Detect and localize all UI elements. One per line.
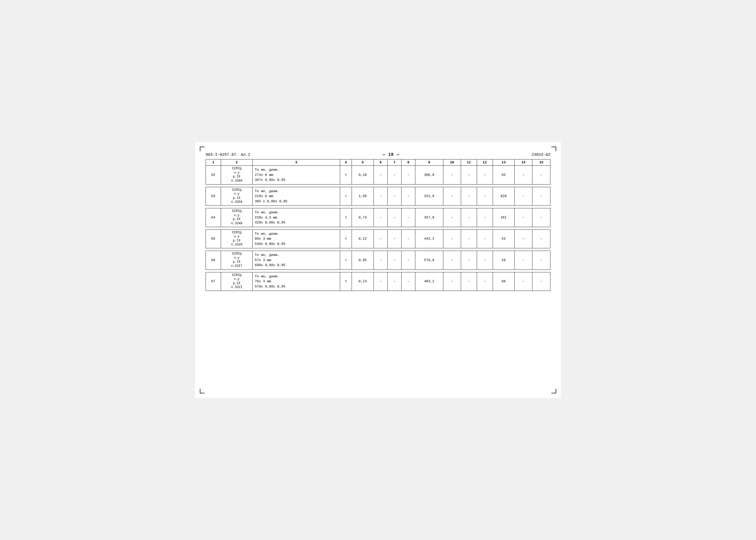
cell-col6: – [374, 208, 387, 227]
cell-col10: – [443, 166, 461, 185]
cell-col6: – [374, 187, 387, 206]
table-header-row: 1 2 3 4 5 6 7 8 9 10 11 12 13 14 15 [206, 159, 550, 166]
corner-br [551, 389, 556, 393]
cell-col15: – [532, 272, 550, 291]
cell-col3: То же, диам. 57х 3 мм 690х 0,88х 0,95 [253, 251, 340, 270]
cell-col9: 357,8 [415, 208, 443, 227]
cell-col11: – [461, 166, 477, 185]
table-row: 64ССРСЦ ч.у р.IX п.3348То же, диам. I59х… [206, 208, 550, 227]
cell-col15: – [532, 208, 550, 227]
page-header: 903-I-0257.87. Ал.2 — 18 — 23015-02 [206, 152, 550, 157]
cell-col4: т [340, 272, 352, 291]
spacer-row [206, 269, 550, 272]
cell-col14: – [515, 208, 532, 227]
cell-col12: – [477, 208, 493, 227]
table-row: 63ССРСЦ ч.у р.IX п.3358То же, диам. 219х… [206, 187, 550, 206]
cell-col4: т [340, 208, 352, 227]
cell-col12: – [477, 251, 493, 270]
cell-col12: – [477, 272, 493, 291]
cell-col5: 0,18 [352, 166, 374, 185]
corner-bl [200, 389, 205, 393]
cell-col2: ССРСЦ ч.у р.IX п.3348 [221, 208, 253, 227]
corner-tl [200, 147, 205, 151]
cell-col5: 0,I4 [352, 272, 374, 291]
cell-col10: – [443, 208, 461, 227]
cell-col5: 0,05 [352, 251, 374, 270]
cell-col11: – [461, 229, 477, 248]
cell-col7: – [387, 272, 401, 291]
cell-col2: ССРСЦ ч.у р.IX п.33I7 [221, 251, 253, 270]
cell-col8: – [401, 272, 415, 291]
cell-col8: – [401, 251, 415, 270]
cell-col6: – [374, 166, 387, 185]
table-row: 67ССРСЦ ч.у р.IX п.332IТо же, диам. 76х … [206, 272, 550, 291]
cell-num: 62 [206, 166, 221, 185]
cell-col13: 628 [493, 187, 515, 206]
cell-col5: 1,95 [352, 187, 374, 206]
cell-col14: – [515, 187, 532, 206]
corner-tr [551, 147, 556, 151]
cell-col11: – [461, 272, 477, 291]
cell-col11: – [461, 251, 477, 270]
cell-num: 64 [206, 208, 221, 227]
cell-col10: – [443, 272, 461, 291]
cell-col7: – [387, 166, 401, 185]
col-header-11: 11 [461, 159, 477, 166]
cell-col5: 0,I2 [352, 229, 374, 248]
cell-col11: – [461, 208, 477, 227]
cell-col4: т [340, 251, 352, 270]
table-row: 65ССРСЦ ч.у р.IX п.3326То же, диам. 89х … [206, 229, 550, 248]
cell-col15: – [532, 166, 550, 185]
cell-col14: – [515, 166, 532, 185]
cell-col2: ССРСЦ ч.у р.IX п.3326 [221, 229, 253, 248]
cell-col7: – [387, 251, 401, 270]
cell-col7: – [387, 187, 401, 206]
spacer-row [206, 206, 550, 208]
cell-col10: – [443, 251, 461, 270]
col-header-12: 12 [477, 159, 493, 166]
cell-col8: – [401, 229, 415, 248]
cell-num: 66 [206, 251, 221, 270]
cell-col8: – [401, 187, 415, 206]
doc-reference: 903-I-0257.87. Ал.2 [206, 153, 250, 157]
cell-col6: – [374, 272, 387, 291]
cell-col14: – [515, 229, 532, 248]
cell-col4: т [340, 229, 352, 248]
cell-col2: ССРСЦ ч.у р.IX п.3358 [221, 187, 253, 206]
cell-col10: – [443, 187, 461, 206]
cell-col5: 0,73 [352, 208, 374, 227]
cell-col13: 55 [493, 166, 515, 185]
col-header-8: 8 [401, 159, 415, 166]
spacer-row [206, 227, 550, 229]
col-header-14: 14 [515, 159, 532, 166]
col-header-6: 6 [374, 159, 387, 166]
cell-col6: – [374, 251, 387, 270]
cell-col9: 306,8 [415, 166, 443, 185]
col-header-2: 2 [221, 159, 253, 166]
table-row: 66ССРСЦ ч.у р.IX п.33I7То же, диам. 57х … [206, 251, 550, 270]
cell-col13: 26I [493, 208, 515, 227]
cell-col3: То же, диам. 89х 3 мм 530х 0,88х 0,95 [253, 229, 340, 248]
cell-col3: То же, диам. I59х 4,5 мм 428х 0,88х 0,95 [253, 208, 340, 227]
cell-col14: – [515, 251, 532, 270]
col-header-1: 1 [206, 159, 221, 166]
cell-col2: ССРСЦ ч.у р.IX п.3368 [221, 166, 253, 185]
cell-num: 63 [206, 187, 221, 206]
cell-num: 67 [206, 272, 221, 291]
cell-col3: То же, диам. 273х 6 мм 367х 0,88х 0,95 [253, 166, 340, 185]
cell-col4: т [340, 187, 352, 206]
cell-col9: 483,2 [415, 272, 443, 291]
cell-col15: – [532, 187, 550, 206]
cell-col11: – [461, 187, 477, 206]
cell-col7: – [387, 208, 401, 227]
col-header-4: 4 [340, 159, 352, 166]
cell-num: 65 [206, 229, 221, 248]
cell-col12: – [477, 229, 493, 248]
page-number: — 18 — [383, 152, 399, 157]
cell-col7: – [387, 229, 401, 248]
cell-col15: – [532, 229, 550, 248]
cell-col2: ССРСЦ ч.у р.IX п.332I [221, 272, 253, 291]
cell-col12: – [477, 166, 493, 185]
cell-col9: 321,9 [415, 187, 443, 206]
cell-col9: 443,I [415, 229, 443, 248]
